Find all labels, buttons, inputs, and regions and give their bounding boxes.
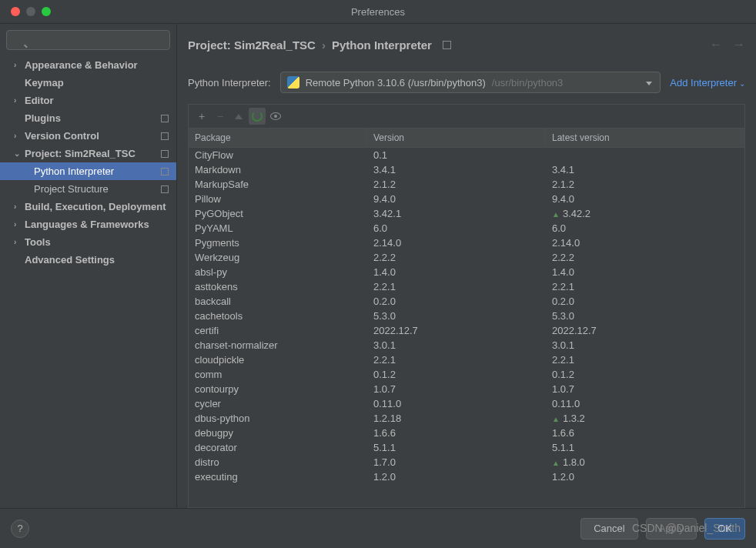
cell-package: Werkzeug bbox=[189, 250, 367, 265]
cell-latest: 1.2.0 bbox=[546, 469, 744, 484]
cell-latest: 2.1.2 bbox=[546, 177, 744, 192]
chevron-right-icon: › bbox=[14, 132, 20, 140]
table-row[interactable]: CityFlow0.1 bbox=[189, 148, 744, 162]
chevron-right-icon: › bbox=[14, 220, 20, 229]
table-row[interactable]: PyYAML6.06.0 bbox=[189, 221, 744, 236]
refresh-button[interactable] bbox=[249, 108, 266, 125]
chevron-down-icon: ⌄ bbox=[739, 79, 745, 88]
settings-tree: ›Appearance & BehaviorKeymap›EditorPlugi… bbox=[0, 56, 176, 508]
table-row[interactable]: absl-py1.4.01.4.0 bbox=[189, 265, 744, 279]
table-row[interactable]: dbus-python1.2.18▲1.3.2 bbox=[189, 411, 744, 426]
cell-version: 6.0 bbox=[367, 221, 546, 236]
show-early-releases-button[interactable] bbox=[267, 108, 284, 125]
cell-package: certifi bbox=[189, 323, 367, 338]
cell-package: distro bbox=[189, 455, 367, 469]
cell-latest: 0.2.0 bbox=[546, 294, 744, 309]
sidebar-item-label: Build, Execution, Deployment bbox=[25, 201, 166, 212]
sidebar-item-build-execution-deployment[interactable]: ›Build, Execution, Deployment bbox=[0, 198, 176, 216]
cell-version: 0.2.0 bbox=[367, 294, 546, 309]
sidebar-item-label: Languages & Frameworks bbox=[25, 219, 149, 230]
sidebar-item-label: Appearance & Behavior bbox=[25, 59, 138, 71]
interpreter-label: Python Interpreter: bbox=[188, 77, 271, 89]
nav-forward-icon[interactable]: → bbox=[733, 38, 745, 52]
table-row[interactable]: asttokens2.2.12.2.1 bbox=[189, 279, 744, 294]
cell-latest: 0.1.2 bbox=[546, 367, 744, 382]
help-button[interactable]: ? bbox=[11, 520, 29, 538]
cell-version: 2.14.0 bbox=[367, 236, 546, 250]
remove-package-button[interactable]: − bbox=[212, 108, 229, 125]
table-row[interactable]: Markdown3.4.13.4.1 bbox=[189, 162, 744, 177]
sidebar-item-version-control[interactable]: ›Version Control bbox=[0, 127, 176, 145]
table-row[interactable]: executing1.2.01.2.0 bbox=[189, 469, 744, 484]
sidebar-item-project-structure[interactable]: Project Structure bbox=[0, 180, 176, 198]
sidebar-item-label: Tools bbox=[25, 236, 51, 248]
table-row[interactable]: Werkzeug2.2.22.2.2 bbox=[189, 250, 744, 265]
cell-package: MarkupSafe bbox=[189, 177, 367, 192]
cell-version: 5.1.1 bbox=[367, 440, 546, 455]
sidebar-item-project-sim2real-tsc[interactable]: ⌄Project: Sim2Real_TSC bbox=[0, 145, 176, 162]
apply-button[interactable]: Apply bbox=[646, 518, 697, 540]
table-row[interactable]: Pillow9.4.09.4.0 bbox=[189, 192, 744, 206]
table-row[interactable]: cycler0.11.00.11.0 bbox=[189, 396, 744, 411]
sidebar-item-label: Keymap bbox=[25, 77, 64, 89]
sidebar-item-label: Plugins bbox=[25, 112, 61, 124]
sidebar-item-label: Advanced Settings bbox=[25, 254, 115, 266]
sidebar-item-advanced-settings[interactable]: Advanced Settings bbox=[0, 251, 176, 269]
cell-version: 1.7.0 bbox=[367, 455, 546, 469]
table-row[interactable]: comm0.1.20.1.2 bbox=[189, 367, 744, 382]
scope-badge-icon bbox=[161, 168, 169, 175]
cell-latest: 2.2.1 bbox=[546, 279, 744, 294]
interpreter-select[interactable]: Remote Python 3.10.6 (/usr/bin/python3) … bbox=[280, 72, 661, 93]
ok-button[interactable]: OK bbox=[704, 518, 745, 540]
table-row[interactable]: debugpy1.6.61.6.6 bbox=[189, 426, 744, 440]
table-row[interactable]: cachetools5.3.05.3.0 bbox=[189, 309, 744, 323]
cell-package: absl-py bbox=[189, 265, 367, 279]
cell-package: cycler bbox=[189, 396, 367, 411]
table-row[interactable]: certifi2022.12.72022.12.7 bbox=[189, 323, 744, 338]
column-header-latest[interactable]: Latest version bbox=[546, 129, 744, 147]
cell-package: Pygments bbox=[189, 236, 367, 250]
sidebar-item-python-interpreter[interactable]: Python Interpreter bbox=[0, 162, 176, 180]
cell-version: 0.11.0 bbox=[367, 396, 546, 411]
column-header-version[interactable]: Version bbox=[367, 129, 546, 147]
search-input[interactable] bbox=[6, 30, 170, 50]
chevron-right-icon: › bbox=[322, 38, 326, 52]
cell-version: 3.4.1 bbox=[367, 162, 546, 177]
table-row[interactable]: cloudpickle2.2.12.2.1 bbox=[189, 353, 744, 367]
add-package-button[interactable]: + bbox=[193, 108, 210, 125]
breadcrumb: Project: Sim2Real_TSC › Python Interpret… bbox=[188, 38, 451, 52]
breadcrumb-part[interactable]: Project: Sim2Real_TSC bbox=[188, 38, 316, 52]
add-interpreter-link[interactable]: Add Interpreter⌄ bbox=[670, 77, 745, 89]
cell-package: contourpy bbox=[189, 382, 367, 396]
table-row[interactable]: backcall0.2.00.2.0 bbox=[189, 294, 744, 309]
cell-package: CityFlow bbox=[189, 148, 367, 162]
table-row[interactable]: MarkupSafe2.1.22.1.2 bbox=[189, 177, 744, 192]
table-row[interactable]: contourpy1.0.71.0.7 bbox=[189, 382, 744, 396]
table-row[interactable]: charset-normalizer3.0.13.0.1 bbox=[189, 338, 744, 353]
sidebar-item-label: Project Structure bbox=[34, 183, 109, 195]
cell-latest: 2.14.0 bbox=[546, 236, 744, 250]
sidebar-item-tools[interactable]: ›Tools bbox=[0, 233, 176, 251]
cell-latest: 5.3.0 bbox=[546, 309, 744, 323]
sidebar-item-label: Project: Sim2Real_TSC bbox=[25, 148, 135, 159]
cell-latest: 2.2.2 bbox=[546, 250, 744, 265]
scope-badge-icon bbox=[161, 150, 169, 158]
sidebar-item-keymap[interactable]: Keymap bbox=[0, 74, 176, 92]
sidebar-item-languages-frameworks[interactable]: ›Languages & Frameworks bbox=[0, 216, 176, 233]
table-row[interactable]: distro1.7.0▲1.8.0 bbox=[189, 455, 744, 469]
upgrade-package-button[interactable] bbox=[230, 108, 247, 125]
table-row[interactable]: decorator5.1.15.1.1 bbox=[189, 440, 744, 455]
table-row[interactable]: Pygments2.14.02.14.0 bbox=[189, 236, 744, 250]
scope-badge-icon bbox=[161, 115, 169, 122]
interpreter-selected: Remote Python 3.10.6 (/usr/bin/python3) bbox=[306, 77, 486, 89]
cell-latest: 1.0.7 bbox=[546, 382, 744, 396]
cell-latest: ▲3.42.2 bbox=[546, 206, 744, 221]
cell-package: debugpy bbox=[189, 426, 367, 440]
nav-back-icon[interactable]: ← bbox=[710, 38, 722, 52]
sidebar-item-appearance-behavior[interactable]: ›Appearance & Behavior bbox=[0, 56, 176, 74]
cancel-button[interactable]: Cancel bbox=[580, 518, 637, 540]
sidebar-item-editor[interactable]: ›Editor bbox=[0, 92, 176, 109]
column-header-package[interactable]: Package bbox=[189, 129, 367, 147]
sidebar-item-plugins[interactable]: Plugins bbox=[0, 109, 176, 127]
table-row[interactable]: PyGObject3.42.1▲3.42.2 bbox=[189, 206, 744, 221]
